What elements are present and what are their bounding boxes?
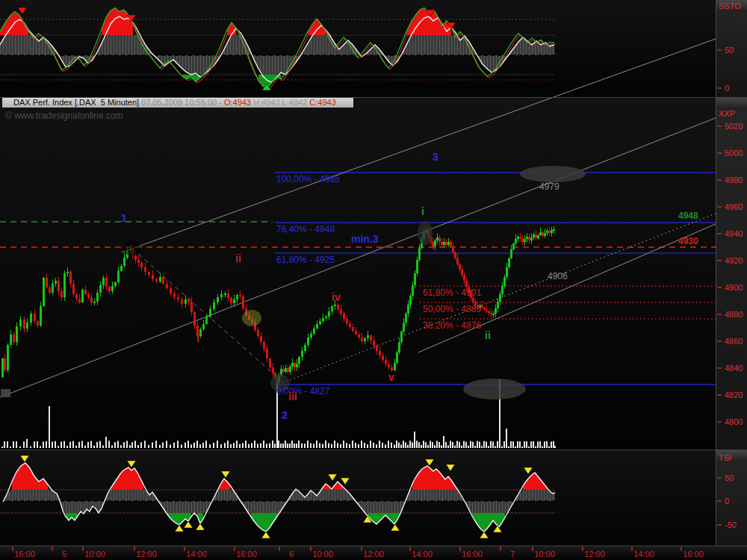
volume-bar	[298, 441, 300, 448]
candle-body	[69, 272, 72, 284]
volume-bar	[546, 441, 548, 448]
volume-bar	[313, 444, 314, 448]
volume-bar	[385, 444, 386, 448]
candle-body	[515, 239, 517, 243]
candle-body	[394, 363, 396, 370]
candle-body	[111, 286, 114, 291]
volume-bar	[23, 441, 25, 448]
time-tick-label: 10:00	[312, 550, 333, 559]
volume-bar	[111, 445, 113, 448]
candle-body	[61, 291, 63, 297]
volume-bar	[388, 441, 389, 448]
candle-body	[373, 340, 375, 346]
candle-body	[346, 319, 348, 323]
candle-body	[282, 369, 285, 372]
candle-body	[361, 337, 363, 341]
volume-bar	[26, 439, 28, 448]
candle-body	[409, 296, 412, 305]
candle-body	[450, 242, 452, 246]
volume-bar	[551, 441, 552, 448]
volume-bar	[224, 443, 226, 448]
time-tick-label: 12:00	[136, 550, 157, 559]
volume-bar	[245, 441, 247, 448]
candle-body	[13, 335, 15, 342]
candle-body	[46, 278, 48, 287]
candle-body	[481, 305, 483, 308]
volume-bar	[19, 447, 21, 448]
volume-bar	[205, 441, 207, 448]
volume-bar	[526, 441, 527, 448]
volume-bar	[248, 444, 249, 448]
candle-body	[459, 264, 461, 270]
candle-body	[287, 368, 289, 372]
volume-bar	[394, 444, 395, 448]
candle-body	[193, 312, 196, 326]
time-tick-label: 5	[62, 550, 66, 559]
volume-bar	[456, 441, 458, 448]
candle-body	[319, 321, 321, 324]
candle-body	[548, 231, 551, 233]
chart-artifact	[1, 389, 10, 397]
price-tick-label: 5020	[725, 122, 743, 131]
volume-bar	[137, 445, 139, 448]
elliott-wave-label: 2	[282, 410, 288, 420]
volume-bar	[185, 443, 186, 448]
candle-body	[486, 310, 488, 311]
candle-body	[497, 302, 499, 308]
chart-title-bar[interactable]: DAX Perf. Index [.DAX 5 Minuten] 07.05.2…	[2, 98, 353, 108]
volume-bar	[282, 444, 284, 448]
volume-bar	[285, 441, 286, 448]
candle-body	[96, 293, 99, 302]
volume-bar	[459, 442, 460, 448]
volume-bar	[355, 443, 356, 448]
candle-body	[495, 308, 497, 314]
volume-bar	[120, 445, 122, 448]
candle-body	[382, 355, 384, 360]
fib-level-label: 61,80% - 4901	[423, 288, 481, 297]
price-tick-label: 4900	[725, 284, 743, 292]
candle-body	[370, 335, 372, 340]
volume-bar	[443, 436, 444, 448]
elliott-wave-label: i	[421, 206, 424, 217]
volume-bar	[102, 446, 104, 448]
volume-bar	[461, 446, 462, 448]
volume-bar	[134, 441, 136, 448]
volume-bar	[537, 441, 539, 448]
volume-bar	[418, 442, 420, 448]
candle-body	[544, 233, 546, 236]
candle-body	[521, 238, 524, 242]
candle-body	[170, 288, 172, 293]
candle-body	[224, 293, 226, 295]
candle-body	[461, 270, 463, 275]
volume-bar	[361, 441, 362, 448]
candle-body	[337, 305, 339, 309]
volume-bar	[503, 441, 505, 448]
volume-bar	[463, 441, 465, 448]
volume-bar	[93, 446, 95, 448]
elliott-wave-label: min.3	[351, 234, 379, 244]
volume-bar	[337, 443, 338, 448]
candle-body	[260, 336, 262, 342]
candle-body	[78, 299, 81, 302]
volume-bar	[407, 445, 409, 448]
volume-bar	[202, 443, 204, 448]
candle-body	[7, 345, 9, 370]
candle-body	[528, 237, 530, 240]
candle-body	[105, 278, 108, 287]
quote-low: L:4942	[280, 98, 308, 107]
candle-body	[316, 324, 318, 329]
volume-bar	[4, 441, 5, 448]
volume-bar	[87, 442, 89, 448]
time-tick-label: 16:00	[236, 550, 257, 559]
candle-body	[546, 231, 548, 233]
candle-body	[445, 242, 447, 245]
candle-body	[263, 342, 265, 349]
volume-bar	[483, 441, 485, 448]
volume-bar	[199, 444, 201, 448]
elliott-wave-label: iii	[288, 391, 297, 402]
price-tick-label: 4980	[725, 176, 743, 184]
volume-bar	[291, 441, 293, 448]
candle-body	[55, 281, 57, 284]
volume-bar	[495, 446, 496, 448]
volume-bar	[220, 444, 222, 448]
